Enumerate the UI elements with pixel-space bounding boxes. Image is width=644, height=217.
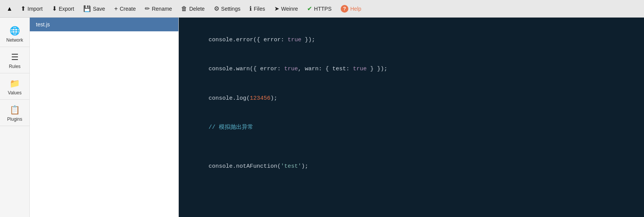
https-icon: ✔ <box>307 5 312 12</box>
sidebar-item-rules[interactable]: ☰ Rules <box>0 47 29 73</box>
weinre-icon: ➤ <box>274 5 279 12</box>
files-button[interactable]: ℹ Files <box>246 3 269 14</box>
sidebar-values-label: Values <box>8 90 22 96</box>
plugins-icon: 📋 <box>10 105 20 115</box>
help-label: Help <box>350 6 361 12</box>
toolbar: ▲ ⬆ Import ⬇ Export 💾 Save + Create ✏ Re… <box>0 0 644 18</box>
rename-button[interactable]: ✏ Rename <box>141 3 176 14</box>
code-line-4: // 模拟抛出异常 <box>188 113 635 143</box>
sidebar-item-plugins[interactable]: 📋 Plugins <box>0 100 29 126</box>
code-line-2: console.warn({ error: true, warn: { test… <box>188 55 635 84</box>
export-label: Export <box>59 6 74 12</box>
code-line-6: console.notAFunction('test'); <box>188 152 635 181</box>
code-line-5 <box>188 142 635 152</box>
code-line-3: console.log(123456); <box>188 84 635 113</box>
values-icon: 📁 <box>10 79 20 89</box>
help-icon: ? <box>341 5 348 13</box>
rules-icon: ☰ <box>11 52 19 62</box>
sidebar: 🌐 Network ☰ Rules 📁 Values 📋 Plugins <box>0 18 30 217</box>
save-button[interactable]: 💾 Save <box>79 3 109 14</box>
settings-icon: ⚙ <box>214 5 219 12</box>
https-label: HTTPS <box>314 6 332 12</box>
files-label: Files <box>254 6 265 12</box>
save-icon: 💾 <box>83 5 91 12</box>
delete-icon: 🗑 <box>181 5 187 12</box>
rename-icon: ✏ <box>145 5 150 12</box>
export-button[interactable]: ⬇ Export <box>48 3 78 14</box>
https-button[interactable]: ✔ HTTPS <box>303 3 335 14</box>
code-line-1: console.error({ error: true }); <box>188 25 635 55</box>
sidebar-network-label: Network <box>6 37 23 43</box>
import-button[interactable]: ⬆ Import <box>17 3 47 14</box>
save-label: Save <box>93 6 105 12</box>
delete-label: Delete <box>189 6 204 12</box>
import-icon: ⬆ <box>21 5 26 12</box>
settings-button[interactable]: ⚙ Settings <box>210 3 244 14</box>
delete-button[interactable]: 🗑 Delete <box>177 3 208 14</box>
help-button[interactable]: ? Help <box>337 3 365 15</box>
network-icon: 🌐 <box>10 26 20 36</box>
rename-label: Rename <box>152 6 172 12</box>
sidebar-plugins-label: Plugins <box>7 117 22 122</box>
code-editor[interactable]: console.error({ error: true }); console.… <box>179 18 644 217</box>
settings-label: Settings <box>221 6 241 12</box>
collapse-button[interactable]: ▲ <box>4 3 15 15</box>
sidebar-item-network[interactable]: 🌐 Network <box>0 21 29 47</box>
sidebar-rules-label: Rules <box>9 64 21 69</box>
weinre-label: Weinre <box>281 6 298 12</box>
create-button[interactable]: + Create <box>110 3 139 14</box>
main-content: 🌐 Network ☰ Rules 📁 Values 📋 Plugins tes… <box>0 18 644 217</box>
weinre-button[interactable]: ➤ Weinre <box>270 3 302 14</box>
files-icon: ℹ <box>249 5 252 12</box>
sidebar-item-values[interactable]: 📁 Values <box>0 73 29 100</box>
export-icon: ⬇ <box>52 5 57 12</box>
create-label: Create <box>120 6 136 12</box>
create-icon: + <box>114 5 118 12</box>
file-item-test-js[interactable]: test.js <box>30 18 178 31</box>
file-panel: test.js <box>30 18 179 217</box>
import-label: Import <box>28 6 43 12</box>
